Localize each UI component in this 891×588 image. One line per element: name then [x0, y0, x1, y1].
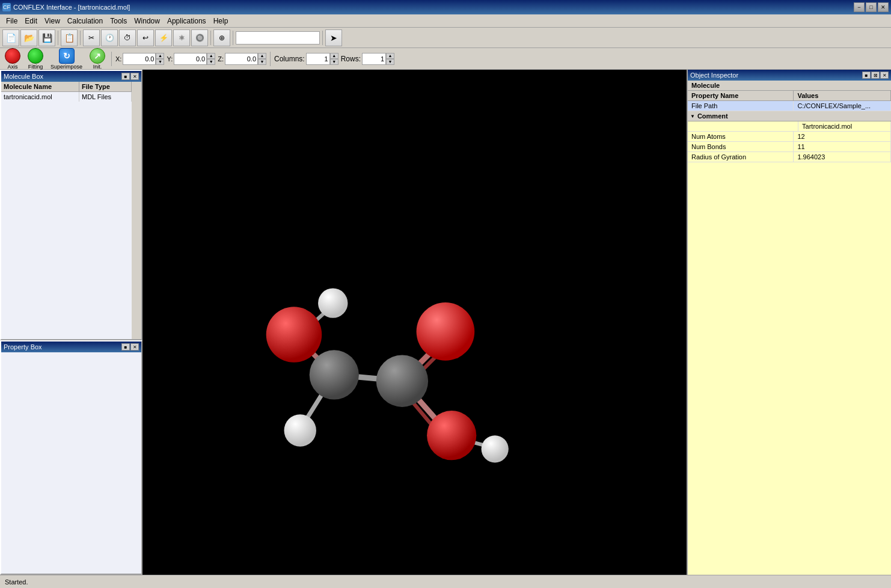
tool-clock[interactable]: 🕐 [101, 29, 118, 46]
y-spin-down[interactable]: ▼ [207, 59, 215, 65]
inspector-row-filepath[interactable]: File Path C:/CONFLEX/Sample_... [688, 101, 891, 111]
inspector-row-comment-value: Tartronicacid.mol [688, 121, 891, 132]
tool-select[interactable]: 🔘 [191, 29, 208, 46]
open-button[interactable]: 📂 [20, 29, 37, 46]
menu-file[interactable]: File [2, 16, 21, 26]
menu-view[interactable]: View [41, 16, 64, 26]
z-coord-group: Z: ▲ ▼ [218, 53, 266, 65]
molecule-box-scrollbar[interactable] [132, 82, 141, 339]
z-spin-up[interactable]: ▲ [258, 53, 266, 59]
toolbar-1: 📄 📂 💾 📋 ✂ 🕐 ⏱ ↩ ⚡ ⚛ 🔘 ⊕ ➤ [0, 28, 891, 48]
rows-input[interactable] [362, 53, 386, 65]
x-coord-group: X: ▲ ▼ [115, 53, 164, 65]
app-icon: CF [2, 3, 11, 11]
fitting-button[interactable]: Fitting [25, 47, 46, 71]
rows-spin-down[interactable]: ▼ [386, 59, 394, 65]
3d-view[interactable] [142, 70, 687, 575]
val-num-bonds: 11 [794, 142, 891, 152]
inspector-group-comment[interactable]: ▼ Comment [688, 111, 891, 121]
molecule-box: Molecule Box ■ ✕ Molecule Name File Type… [0, 70, 142, 340]
inspector-col-header: Property Name Values [688, 91, 891, 101]
search-input[interactable] [236, 31, 320, 44]
molecule-box-title: Molecule Box [4, 73, 43, 80]
x-spin[interactable]: ▲ ▼ [156, 53, 164, 65]
close-button[interactable]: ✕ [878, 2, 889, 12]
superimpose-label: Superimpose [51, 64, 82, 70]
atom-h1[interactable] [318, 288, 348, 317]
menu-edit[interactable]: Edit [21, 16, 41, 26]
send-button[interactable]: ➤ [325, 29, 342, 46]
title-bar-left: CF CONFLEX Interface - [tartronicacid.mo… [2, 3, 130, 11]
columns-spin[interactable]: ▲ ▼ [330, 53, 338, 65]
minimize-button[interactable]: − [854, 2, 865, 12]
inspector-row-num-bonds: Num Bonds 11 [688, 142, 891, 152]
col-file-type: File Type [79, 82, 132, 91]
tool-bond[interactable]: ⚡ [155, 29, 172, 46]
axis-button[interactable]: Axis [2, 47, 23, 71]
copy-button[interactable]: 📋 [61, 29, 78, 46]
atom-o3[interactable] [427, 411, 476, 460]
new-button[interactable]: 📄 [2, 29, 19, 46]
superimpose-button[interactable]: ↻ Superimpose [48, 47, 85, 71]
inspector-close[interactable]: ✕ [880, 72, 889, 79]
inspector-restore[interactable]: ■ [862, 72, 871, 79]
menu-help[interactable]: Help [210, 16, 232, 26]
menu-calculation[interactable]: Calculation [64, 16, 106, 26]
status-text: Started. [5, 578, 28, 586]
molecule-name-0: tartronicacid.mol [1, 92, 79, 102]
tool-arrow[interactable]: ↩ [137, 29, 154, 46]
columns-label: Columns: [274, 55, 305, 63]
property-box-restore[interactable]: ■ [121, 343, 130, 351]
atom-o2[interactable] [417, 302, 475, 361]
z-spin-down[interactable]: ▼ [258, 59, 266, 65]
z-spin[interactable]: ▲ ▼ [258, 53, 266, 65]
columns-input[interactable] [306, 53, 330, 65]
init-button[interactable]: ↗ Init. [87, 47, 108, 71]
z-label: Z: [218, 55, 224, 63]
tool-cut[interactable]: ✂ [83, 29, 100, 46]
cols-spin-down[interactable]: ▼ [330, 59, 338, 65]
molecule-box-titlebar: Molecule Box ■ ✕ [1, 71, 141, 82]
window-title: CONFLEX Interface - [tartronicacid.mol] [13, 4, 130, 11]
tool-clock2[interactable]: ⏱ [119, 29, 136, 46]
inspector-unpin[interactable]: ⊠ [871, 72, 880, 79]
inspector-row-radius-gyration: Radius of Gyration 1.964023 [688, 152, 891, 162]
property-box-content [1, 352, 141, 574]
molecule-box-controls: ■ ✕ [121, 73, 139, 80]
sep-4 [233, 31, 233, 45]
tool-atoms[interactable]: ⚛ [173, 29, 190, 46]
maximize-button[interactable]: □ [866, 2, 877, 12]
col-molecule-name: Molecule Name [1, 82, 79, 91]
tool-circle[interactable]: ⊕ [213, 29, 230, 46]
z-input[interactable] [225, 53, 258, 65]
x-input[interactable] [123, 53, 156, 65]
axis-label: Axis [7, 64, 17, 70]
atom-h2[interactable] [284, 414, 316, 446]
x-label: X: [115, 55, 121, 63]
menu-window[interactable]: Window [130, 16, 164, 26]
x-spin-up[interactable]: ▲ [156, 53, 164, 59]
main-layout: Molecule Box ■ ✕ Molecule Name File Type… [0, 70, 891, 575]
cols-spin-up[interactable]: ▲ [330, 53, 338, 59]
atom-c2[interactable] [376, 355, 428, 407]
property-box: Property Box ■ ✕ [0, 340, 142, 575]
atom-h3[interactable] [482, 435, 509, 462]
molecule-box-restore[interactable]: ■ [121, 73, 130, 80]
rows-spin[interactable]: ▲ ▼ [386, 53, 394, 65]
atom-o1[interactable] [266, 307, 322, 363]
y-spin[interactable]: ▲ ▼ [207, 53, 215, 65]
t2-sep-1 [111, 52, 112, 66]
molecule-box-close[interactable]: ✕ [130, 73, 139, 80]
molecule-row-0[interactable]: tartronicacid.mol MDL Files [1, 92, 132, 102]
rows-spin-up[interactable]: ▲ [386, 53, 394, 59]
menu-tools[interactable]: Tools [106, 16, 130, 26]
inspector-row-num-atoms: Num Atoms 12 [688, 132, 891, 142]
save-button[interactable]: 💾 [38, 29, 55, 46]
y-spin-up[interactable]: ▲ [207, 53, 215, 59]
property-box-controls: ■ ✕ [121, 343, 139, 351]
y-input[interactable] [174, 53, 207, 65]
x-spin-down[interactable]: ▼ [156, 59, 164, 65]
menu-applications[interactable]: Applications [164, 16, 210, 26]
property-box-close[interactable]: ✕ [130, 343, 139, 351]
atom-c1[interactable] [310, 350, 359, 399]
